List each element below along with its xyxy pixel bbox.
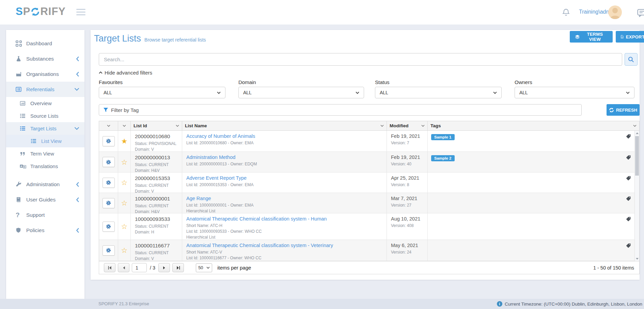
row-actions-button[interactable] (103, 222, 115, 232)
hierarchical-line: Hierarchical List (186, 234, 382, 240)
gear-icon (106, 160, 111, 165)
row-actions-button[interactable] (103, 136, 115, 146)
top-header: SPRIFY Training\admin (0, 0, 644, 25)
list-name-link[interactable]: Anatomical Therapeutic Chemical classifi… (186, 216, 382, 222)
favourite-star-icon[interactable] (121, 137, 128, 145)
notifications-bell-icon[interactable] (562, 8, 570, 18)
favourite-star-icon[interactable] (121, 159, 128, 166)
chevron-down-icon (75, 88, 79, 91)
sidebar-item-support[interactable]: ? Support (6, 207, 84, 223)
shield-icon (16, 227, 23, 233)
status-line: Status: CURRENT (135, 183, 178, 189)
list-name-link[interactable]: Administration Method (186, 154, 382, 160)
list-name-link[interactable]: Anatomical Therapeutic Chemical classifi… (186, 243, 382, 248)
list-id: 100000116677 (135, 243, 178, 249)
row-actions-button[interactable] (103, 245, 115, 256)
status-select[interactable]: ALL (375, 87, 502, 98)
chevron-down-icon (493, 92, 497, 94)
sidebar-item-substances[interactable]: Substances (6, 51, 84, 66)
column-menu[interactable] (99, 121, 118, 130)
tag-icon[interactable] (626, 155, 631, 162)
refresh-button[interactable]: REFRESH (607, 104, 640, 116)
sidebar-item-term-view[interactable]: Term View (6, 147, 84, 160)
sidebar-item-target-lists[interactable]: Target Lists (6, 122, 84, 135)
first-page-button[interactable] (104, 263, 115, 272)
avatar[interactable] (608, 5, 622, 19)
tag-icon[interactable] (626, 216, 631, 223)
tag-icon[interactable] (626, 134, 631, 141)
column-header-list-name[interactable]: List Name (182, 121, 387, 130)
flask-icon (16, 56, 23, 62)
list-name-link[interactable]: Age Range (186, 196, 382, 201)
question-mark-icon: ? (16, 212, 23, 218)
refresh-icon (609, 108, 614, 113)
row-actions-button[interactable] (103, 178, 115, 188)
status-line: Status: CURRENT (135, 250, 178, 256)
list-icon (20, 126, 27, 132)
version-line: Version: 8 (391, 182, 423, 188)
chevron-down-icon (206, 266, 210, 269)
app-logo[interactable]: SPRIFY (16, 5, 66, 18)
sidebar-item-translations[interactable]: A Translations (6, 160, 84, 173)
tag-badge: Sample 2 (431, 155, 455, 161)
filter-label-status: Status (375, 79, 390, 85)
list-name-link[interactable]: Adverse Event Report Type (186, 175, 382, 181)
filter-by-tag-input[interactable]: Filter by Tag (99, 104, 582, 116)
last-page-button[interactable] (172, 263, 184, 272)
sidebar-item-overview[interactable]: Overview (6, 97, 84, 110)
tag-icon[interactable] (626, 176, 631, 182)
sidebar-item-source-lists[interactable]: Source Lists (6, 110, 84, 122)
scrollbar-thumb[interactable] (635, 136, 639, 176)
hide-advanced-filters-toggle[interactable]: Hide advanced filters (99, 70, 152, 76)
funnel-icon (103, 108, 108, 113)
export-button[interactable]: EXPORT (616, 31, 644, 43)
tag-icon[interactable] (626, 243, 631, 250)
chat-bubble-icon[interactable] (637, 9, 644, 18)
column-header-tags[interactable]: Tags (428, 121, 639, 130)
search-input[interactable] (99, 53, 622, 66)
status-line: Status: CURRENT (135, 203, 178, 209)
favourite-star-icon[interactable] (121, 247, 128, 254)
domain-select[interactable]: ALL (238, 87, 364, 98)
chevron-down-icon (217, 92, 221, 94)
page-number-input[interactable] (132, 263, 147, 272)
menu-toggle-button[interactable] (76, 9, 85, 17)
vertical-scrollbar[interactable] (634, 131, 639, 261)
search-button[interactable] (625, 53, 638, 66)
sidebar-item-referentials[interactable]: Referentials (6, 82, 84, 97)
sidebar-item-administration[interactable]: Administration (6, 177, 84, 192)
favourite-star-icon[interactable] (121, 179, 128, 186)
sidebar-item-list-view[interactable]: List View (6, 135, 84, 147)
chevron-left-icon (76, 228, 79, 233)
list-icon (20, 113, 27, 119)
row-actions-button[interactable] (103, 157, 115, 167)
domain-line: Domain: H (135, 229, 178, 235)
terms-view-button[interactable]: TERMS VIEW (570, 31, 613, 43)
scroll-down-arrow[interactable] (635, 256, 639, 261)
next-page-button[interactable] (158, 263, 170, 272)
row-actions-button[interactable] (103, 198, 115, 208)
tag-icon[interactable] (626, 196, 631, 203)
column-header-modified[interactable]: Modified (387, 121, 428, 130)
timezone-label: Current Timezone: (UTC+00:00) Dublin, Ed… (497, 299, 642, 309)
favourite-star-icon[interactable] (121, 223, 128, 230)
layers-icon (575, 34, 580, 39)
export-file-icon (621, 34, 624, 39)
sidebar-item-user-guides[interactable]: User Guides (6, 192, 84, 207)
page-size-select[interactable]: 50 (196, 263, 212, 272)
favourite-star-icon[interactable] (121, 199, 128, 207)
owners-select[interactable]: ALL (515, 87, 634, 98)
list-id: 100000093533 (135, 216, 178, 222)
column-header-list-id[interactable]: List Id (131, 121, 182, 130)
sidebar-item-policies[interactable]: Policies (6, 223, 84, 238)
chevron-left-icon (76, 182, 79, 187)
svg-text:A: A (20, 164, 22, 167)
list-name-link[interactable]: Accuracy of Number of Animals (186, 133, 382, 139)
sidebar-item-organisations[interactable]: Organisations (6, 66, 84, 82)
favourites-select[interactable]: ALL (99, 87, 225, 98)
column-menu[interactable] (118, 121, 131, 130)
factory-icon (16, 71, 23, 77)
sidebar-item-dashboard[interactable]: Dashboard (6, 36, 84, 51)
scroll-up-arrow[interactable] (635, 131, 639, 135)
previous-page-button[interactable] (118, 263, 129, 272)
